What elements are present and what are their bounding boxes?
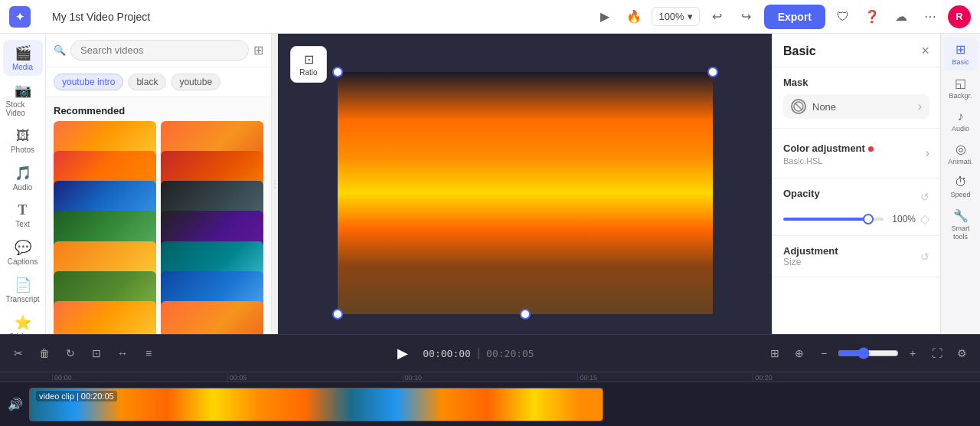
resize-handle-tl[interactable] bbox=[332, 67, 343, 77]
resize-handle-tr[interactable] bbox=[707, 67, 718, 77]
zoom-slider[interactable] bbox=[838, 347, 899, 359]
track-area: video clip | 00:20:05 bbox=[29, 388, 972, 421]
properties-panel: Basic × Mask None › Color adjustment bbox=[772, 34, 940, 334]
main-layout: 🎬 Media 📷 Stock Video 🖼 Photos 🎵 Audio T… bbox=[0, 34, 980, 334]
delete-button[interactable]: 🗑 bbox=[34, 342, 55, 364]
ruler-mark-3: 00:15 bbox=[577, 374, 753, 382]
basic-icon: ⊞ bbox=[956, 42, 965, 57]
search-input[interactable] bbox=[70, 40, 249, 61]
audio-icon: 🎵 bbox=[15, 165, 31, 182]
more-icon[interactable]: ⋯ bbox=[919, 5, 942, 28]
sidebar-label-text: Text bbox=[15, 220, 29, 228]
section-title: Recommended bbox=[46, 97, 271, 121]
video-clip[interactable]: video clip | 00:20:05 bbox=[29, 388, 603, 421]
opacity-thumb[interactable] bbox=[863, 214, 874, 224]
sidebar-label-photos: Photos bbox=[11, 146, 34, 154]
rail-label-basic: Basic bbox=[952, 58, 969, 67]
list-item[interactable]: 00:49 bbox=[54, 301, 156, 334]
rail-item-basic[interactable]: ⊞ Basic bbox=[944, 38, 978, 70]
zoom-out-button[interactable]: − bbox=[813, 342, 835, 364]
sidebar-item-audio[interactable]: 🎵 Audio bbox=[3, 160, 43, 196]
rail-label-animate: Animati. bbox=[948, 158, 973, 166]
help-icon[interactable]: ❓ bbox=[861, 5, 884, 28]
ratio-icon: ⊡ bbox=[304, 52, 314, 67]
opacity-reset-icon[interactable]: ↺ bbox=[920, 191, 929, 203]
animate-icon: ◎ bbox=[956, 142, 966, 156]
adjustment-reset[interactable]: ↺ bbox=[920, 251, 929, 263]
rail-item-smart[interactable]: 🔧 Smart tools bbox=[944, 205, 978, 245]
resize-handle-bc[interactable] bbox=[520, 309, 531, 320]
ratio-button[interactable]: ⊡ Ratio bbox=[290, 46, 327, 83]
sidebar-item-transcript[interactable]: 📄 Transcript bbox=[3, 272, 43, 308]
media-grid: 00:09 00:20 00:10 00:15 00:12 00:10 00:1… bbox=[46, 121, 271, 334]
smart-icon: 🔧 bbox=[953, 208, 969, 223]
sidebar-item-photos[interactable]: 🖼 Photos bbox=[3, 123, 43, 159]
zoom-control[interactable]: 100% ▾ bbox=[652, 7, 699, 26]
panel-divider[interactable] bbox=[272, 34, 278, 334]
opacity-label: Opacity bbox=[783, 188, 820, 199]
svg-line-1 bbox=[795, 103, 802, 110]
ruler-mark-1: 00:05 bbox=[227, 374, 403, 382]
volume-icon[interactable]: 🔊 bbox=[8, 397, 23, 411]
shield-icon[interactable]: 🛡 bbox=[831, 5, 854, 28]
settings-button[interactable]: ⚙ bbox=[951, 342, 972, 364]
opacity-diamond[interactable]: ◇ bbox=[920, 211, 929, 226]
rail-item-audio[interactable]: ♪ Audio bbox=[944, 106, 978, 137]
redo-button[interactable]: ↪ bbox=[735, 5, 758, 28]
rail-item-animate[interactable]: ◎ Animati. bbox=[944, 138, 978, 170]
play-button[interactable]: ▶ bbox=[593, 5, 616, 28]
zoom-in-button[interactable]: + bbox=[902, 342, 923, 364]
adjustment-sub: Size bbox=[783, 257, 838, 267]
ruler-mark-0: 00:00 bbox=[52, 374, 227, 382]
opacity-section: Opacity ↺ 100% ◇ bbox=[773, 179, 940, 236]
sidebar-label-transcript: Transcript bbox=[5, 295, 39, 303]
app-logo: ✦ bbox=[9, 6, 31, 28]
tag-youtube[interactable]: youtube bbox=[171, 74, 220, 90]
fire-button[interactable]: 🔥 bbox=[622, 5, 645, 28]
panel-header: Basic × bbox=[773, 34, 940, 67]
close-panel-button[interactable]: × bbox=[921, 43, 929, 59]
text-icon: T bbox=[18, 202, 27, 218]
cloud-icon[interactable]: ☁ bbox=[890, 5, 913, 28]
sidebar-item-text[interactable]: T Text bbox=[3, 198, 43, 233]
loop-button[interactable]: ↻ bbox=[60, 342, 81, 364]
layers-button[interactable]: ≡ bbox=[138, 342, 159, 364]
tag-row: youtube intro black youtube bbox=[46, 67, 271, 97]
opacity-row: 100% ◇ bbox=[783, 211, 929, 226]
mask-chevron: › bbox=[918, 100, 922, 113]
flip-button[interactable]: ↔ bbox=[112, 342, 133, 364]
sidebar-item-stock[interactable]: 📷 Stock Video bbox=[3, 77, 43, 122]
sidebar-item-captions[interactable]: 💬 Captions bbox=[3, 234, 43, 270]
fullscreen-button[interactable]: ⛶ bbox=[926, 342, 948, 364]
export-button[interactable]: Export bbox=[764, 5, 825, 29]
sidebar-item-media[interactable]: 🎬 Media bbox=[3, 40, 43, 76]
timeline-tracks: 🔊 video clip | 00:20:05 bbox=[0, 382, 980, 426]
mask-section: Mask None › bbox=[773, 67, 940, 129]
magnet-button[interactable]: ⊕ bbox=[789, 342, 810, 364]
opacity-value: 100% bbox=[888, 214, 916, 224]
rail-item-background[interactable]: ◱ Backgr. bbox=[944, 72, 978, 104]
tag-youtube-intro[interactable]: youtube intro bbox=[54, 74, 123, 90]
timeline-toolbar: ✂ 🗑 ↻ ⊡ ↔ ≡ ▶ 00:00:00 | 00:20:05 ⊞ ⊕ − … bbox=[0, 335, 980, 372]
mask-row[interactable]: None › bbox=[783, 94, 929, 119]
sidebar-label-stock: Stock Video bbox=[6, 100, 40, 117]
opacity-slider[interactable] bbox=[783, 218, 884, 221]
timeline-right-controls: ⊞ ⊕ − + ⛶ ⚙ bbox=[764, 342, 972, 364]
snap-button[interactable]: ⊞ bbox=[764, 342, 786, 364]
list-item[interactable]: 00:15 bbox=[161, 301, 263, 334]
topbar-actions: ▶ 🔥 100% ▾ ↩ ↪ Export 🛡 ❓ ☁ ⋯ R bbox=[593, 5, 971, 29]
crop-button[interactable]: ⊡ bbox=[86, 342, 107, 364]
timeline-play-button[interactable]: ▶ bbox=[389, 339, 416, 367]
rail-item-speed[interactable]: ⏱ Speed bbox=[944, 172, 978, 203]
user-avatar[interactable]: R bbox=[948, 5, 971, 28]
tag-black[interactable]: black bbox=[128, 74, 166, 90]
panel-title: Basic bbox=[783, 44, 816, 58]
undo-button[interactable]: ↩ bbox=[706, 5, 729, 28]
sidebar-item-stickers[interactable]: ⭐ Stickers bbox=[3, 310, 43, 334]
filter-icon[interactable]: ⊞ bbox=[253, 43, 263, 57]
transcript-icon: 📄 bbox=[15, 277, 31, 293]
cut-button[interactable]: ✂ bbox=[8, 342, 29, 364]
resize-handle-bl[interactable] bbox=[332, 309, 343, 320]
background-icon: ◱ bbox=[955, 76, 966, 90]
color-adj-row[interactable]: Color adjustment Basic.HSL › bbox=[783, 138, 929, 169]
